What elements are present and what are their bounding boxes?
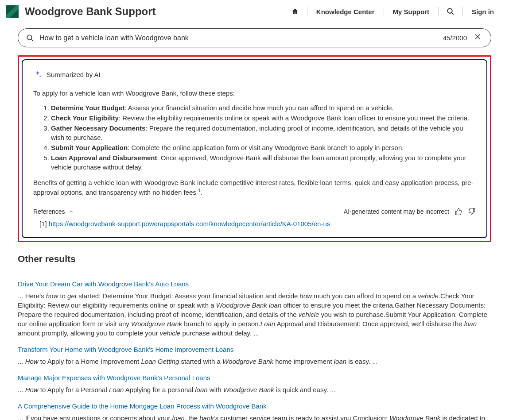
svg-point-2	[27, 35, 32, 40]
references-label: References	[33, 208, 65, 215]
sign-in-link[interactable]: Sign in	[463, 7, 503, 16]
references-toggle[interactable]: References	[33, 208, 74, 215]
close-icon	[474, 33, 481, 40]
ai-step-rest: : Assess your financial situation and de…	[124, 104, 394, 112]
knowledge-center-link[interactable]: Knowledge Center	[307, 7, 384, 16]
ai-step: Check Your Eligibility: Review the eligi…	[51, 113, 476, 123]
ai-step-bold: Submit Your Application	[51, 144, 128, 151]
ai-step-bold: Determine Your Budget	[51, 104, 124, 112]
search-result: A Comprehensive Guide to the Home Mortga…	[18, 402, 491, 420]
sparkle-icon	[33, 70, 42, 79]
ai-step-bold: Check Your Eligibility	[51, 114, 119, 122]
ai-step: Loan Approval and Disbursement: Once app…	[51, 153, 476, 172]
ai-step: Submit Your Application: Complete the on…	[51, 143, 476, 152]
home-icon	[291, 8, 299, 15]
clear-search-button[interactable]	[472, 33, 483, 42]
ai-summary-label: Summarized by AI	[47, 71, 101, 78]
ai-outro-post: .	[201, 189, 202, 196]
reference-item: [1] https://woodgrovebank-support.powera…	[39, 220, 476, 227]
svg-point-0	[447, 8, 452, 13]
ai-steps-list: Determine Your Budget: Assess your finan…	[51, 103, 476, 172]
main-content: 45/2000 Summarized by AI To apply for a …	[0, 23, 509, 420]
thumbs-down-button[interactable]	[468, 208, 476, 216]
ai-warning-text: AI-generated content may be incorrect	[344, 208, 449, 215]
top-nav: Knowledge Center My Support Sign in	[283, 7, 503, 16]
my-support-link[interactable]: My Support	[384, 7, 439, 16]
site-logo[interactable]	[6, 5, 19, 18]
search-result: Transform Your Home with Woodgrove Bank'…	[18, 346, 491, 366]
ai-step-bold: Loan Approval and Disbursement	[51, 154, 157, 162]
search-icon	[26, 34, 34, 42]
reference-link[interactable]: https://woodgrovebank-support.powerappsp…	[49, 220, 330, 227]
result-snippet: ... How to Apply for a Home Improvement …	[18, 357, 491, 366]
home-link[interactable]	[283, 7, 307, 16]
result-title-link[interactable]: Manage Major Expenses with Woodgrove Ban…	[18, 374, 210, 381]
result-snippet: ... How to Apply for a Personal Loan App…	[18, 385, 491, 394]
other-results-heading: Other results	[18, 254, 491, 264]
thumbs-up-button[interactable]	[455, 208, 462, 216]
result-snippet: ... Here's how to get started: Determine…	[18, 291, 491, 338]
ai-step-bold: Gather Necessary Documents	[51, 124, 145, 132]
result-title-link[interactable]: A Comprehensive Guide to the Home Mortga…	[18, 402, 267, 410]
ai-summary-highlight: Summarized by AI To apply for a vehicle …	[18, 55, 491, 242]
ai-outro-text: Benefits of getting a vehicle loan with …	[33, 178, 476, 197]
nav-search-button[interactable]	[439, 7, 463, 16]
search-input[interactable]	[39, 34, 438, 42]
ai-summary-card: Summarized by AI To apply for a vehicle …	[22, 59, 487, 238]
search-result: Drive Your Dream Car with Woodgrove Bank…	[18, 280, 491, 338]
header: Woodgrove Bank Support Knowledge Center …	[0, 0, 509, 23]
ai-outro-pre: Benefits of getting a vehicle loan with …	[33, 179, 474, 196]
result-title-link[interactable]: Transform Your Home with Woodgrove Bank'…	[18, 346, 233, 353]
svg-line-3	[31, 39, 33, 41]
search-char-count: 45/2000	[443, 34, 467, 42]
ai-step: Gather Necessary Documents: Prepare the …	[51, 123, 476, 142]
reference-number: [1]	[39, 220, 47, 227]
ai-step: Determine Your Budget: Assess your finan…	[51, 103, 476, 112]
ai-summary-header: Summarized by AI	[33, 70, 476, 79]
search-bar: 45/2000	[18, 28, 491, 47]
ai-step-rest: : Complete the online application form o…	[128, 144, 404, 151]
ai-step-rest: : Review the eligibility requirements on…	[119, 114, 470, 122]
search-result: Manage Major Expenses with Woodgrove Ban…	[18, 374, 491, 394]
chevron-up-icon	[69, 209, 74, 214]
search-icon	[447, 8, 455, 15]
references-row: References AI-generated content may be i…	[33, 208, 476, 216]
result-title-link[interactable]: Drive Your Dream Car with Woodgrove Bank…	[18, 280, 189, 288]
results-list: Drive Your Dream Car with Woodgrove Bank…	[18, 280, 491, 420]
ai-warning-row: AI-generated content may be incorrect	[344, 208, 476, 216]
svg-line-1	[451, 12, 454, 15]
site-title: Woodgrove Bank Support	[25, 5, 277, 18]
ai-intro-text: To apply for a vehicle loan with Woodgro…	[33, 89, 476, 97]
result-snippet: ... If you have any questions or concern…	[18, 413, 491, 420]
